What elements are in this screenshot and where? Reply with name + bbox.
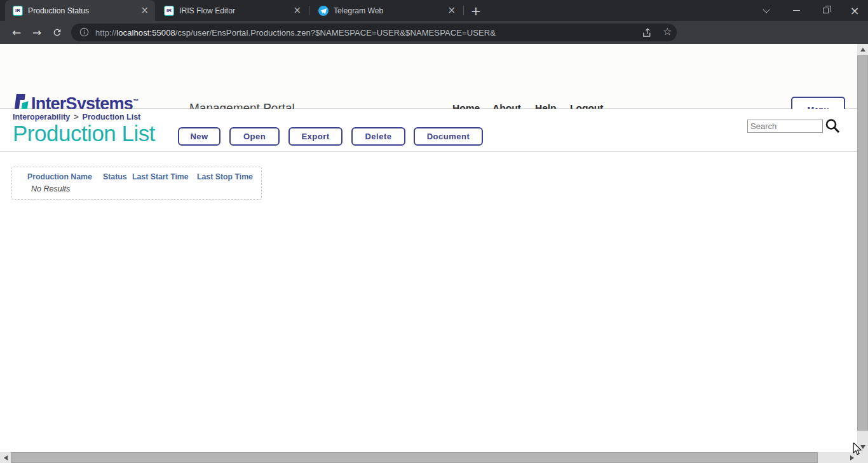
export-button[interactable]: Export — [288, 127, 342, 146]
tab-title: IRIS Flow Editor — [179, 6, 289, 15]
iris-favicon-icon: IR — [13, 6, 23, 16]
open-button[interactable]: Open — [229, 127, 280, 146]
horizontal-scrollbar[interactable] — [0, 452, 857, 463]
col-production-name[interactable]: Production Name — [27, 172, 92, 181]
telegram-favicon-icon — [318, 6, 329, 16]
address-bar[interactable]: http://localhost:55008/csp/user/EnsPorta… — [71, 24, 677, 41]
page-title: Production List — [13, 121, 155, 146]
back-icon[interactable]: ← — [7, 21, 26, 44]
col-status[interactable]: Status — [103, 172, 127, 181]
breadcrumb-parent[interactable]: Interoperability — [13, 113, 70, 121]
url-text[interactable]: http://localhost:55008/csp/user/EnsPorta… — [95, 28, 496, 38]
browser-toolbar: ← → http://localhost:55008/csp/user/EnsP… — [0, 21, 868, 44]
portal-header: InterSystems™ IRIS Data Platform Managem… — [0, 44, 857, 109]
tab-close-icon[interactable]: × — [140, 6, 149, 15]
forward-icon[interactable]: → — [27, 21, 46, 44]
bookmark-star-icon[interactable]: ☆ — [663, 25, 672, 38]
tab-separator — [463, 6, 464, 15]
tab-title: Production Status — [28, 6, 137, 15]
tab-production-status[interactable]: IR Production Status × — [5, 0, 155, 21]
window-close-button[interactable]: × — [842, 0, 867, 21]
search-icon[interactable] — [824, 117, 841, 135]
tab-close-icon[interactable]: × — [447, 6, 456, 15]
breadcrumb-current: Production List — [83, 113, 141, 121]
url-host: localhost:55008 — [116, 28, 175, 38]
trademark: ™ — [133, 98, 138, 104]
tab-telegram-web[interactable]: Telegram Web × — [311, 0, 462, 21]
breadcrumb-separator: > — [74, 113, 78, 121]
url-scheme: http:// — [95, 28, 116, 38]
scroll-left-icon[interactable] — [0, 452, 11, 463]
url-path: /csp/user/EnsPortal.Productions.zen?$NAM… — [175, 28, 496, 38]
iris-favicon-icon: IR — [164, 6, 174, 16]
share-icon[interactable] — [642, 27, 653, 41]
tab-separator — [309, 6, 309, 15]
scroll-right-icon[interactable] — [846, 452, 857, 463]
search-input[interactable] — [747, 120, 823, 133]
breadcrumb: Interoperability>Production List — [13, 113, 140, 121]
vertical-scrollbar[interactable] — [857, 44, 868, 452]
document-button[interactable]: Document — [414, 127, 483, 146]
new-tab-button[interactable]: + — [468, 3, 484, 19]
scrollbar-corner — [857, 452, 868, 463]
tab-title: Telegram Web — [334, 6, 444, 15]
col-last-stop-time[interactable]: Last Stop Time — [197, 172, 253, 181]
production-table: Production Name Status Last Start Time L… — [11, 167, 262, 200]
scroll-up-icon[interactable] — [857, 44, 868, 55]
tab-close-icon[interactable]: × — [293, 6, 301, 15]
window-restore-button[interactable] — [813, 0, 838, 21]
window-minimize-button[interactable] — [783, 0, 809, 21]
browser-window: IR Production Status × IR IRIS Flow Edit… — [0, 0, 868, 463]
tab-iris-flow-editor[interactable]: IR IRIS Flow Editor × — [156, 0, 308, 21]
new-button[interactable]: New — [178, 127, 220, 146]
vertical-scrollbar-thumb[interactable] — [857, 55, 868, 431]
col-last-start-time[interactable]: Last Start Time — [132, 172, 189, 181]
scroll-down-icon[interactable] — [857, 441, 868, 452]
site-info-icon[interactable] — [79, 27, 89, 39]
delete-button[interactable]: Delete — [351, 127, 405, 146]
window-chevron-icon[interactable] — [754, 0, 779, 21]
horizontal-scrollbar-thumb[interactable] — [11, 452, 818, 463]
no-results-text: No Results — [31, 184, 70, 193]
reload-icon[interactable] — [48, 21, 67, 44]
tab-bar: IR Production Status × IR IRIS Flow Edit… — [0, 0, 868, 21]
